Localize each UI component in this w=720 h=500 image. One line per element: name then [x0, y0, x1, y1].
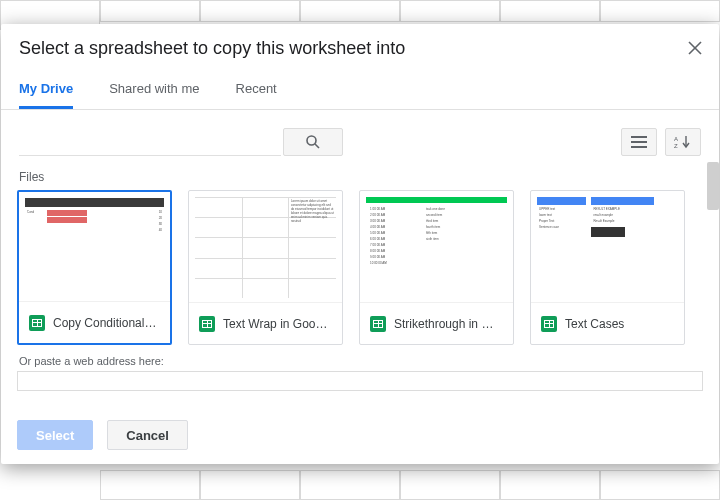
- file-picker-modal: Select a spreadsheet to copy this worksh…: [1, 24, 719, 464]
- file-card[interactable]: 1 00 00 AM 2 00 00 AM 3 00 00 AM 4 00 00…: [359, 190, 514, 345]
- tab-bar: My Drive Shared with me Recent: [1, 69, 719, 110]
- search-input[interactable]: [19, 128, 281, 156]
- toolbar: A Z: [1, 110, 719, 162]
- content-area: Files Cond 10 20 30 40 Copy Conditional…: [1, 162, 719, 408]
- file-card[interactable]: Lorem ipsum dolor sit amet consectetur a…: [188, 190, 343, 345]
- file-name: Text Wrap in Goo…: [223, 317, 327, 331]
- scrollbar[interactable]: [707, 162, 719, 210]
- file-label-row: Text Wrap in Goo…: [189, 302, 342, 344]
- modal-footer: Select Cancel: [1, 408, 719, 464]
- svg-point-2: [307, 136, 316, 145]
- tab-recent[interactable]: Recent: [236, 69, 277, 109]
- file-thumbnail: Lorem ipsum dolor sit amet consectetur a…: [195, 197, 336, 298]
- search-icon: [305, 134, 321, 150]
- sheets-icon: [199, 316, 215, 332]
- sheets-icon: [29, 315, 45, 331]
- list-view-button[interactable]: [621, 128, 657, 156]
- svg-text:A: A: [674, 136, 678, 142]
- paste-url-input[interactable]: [17, 371, 703, 391]
- file-name: Strikethrough in …: [394, 317, 493, 331]
- sort-button[interactable]: A Z: [665, 128, 701, 156]
- file-name: Text Cases: [565, 317, 624, 331]
- file-card[interactable]: Cond 10 20 30 40 Copy Conditional…: [17, 190, 172, 345]
- select-button[interactable]: Select: [17, 420, 93, 450]
- modal-header: Select a spreadsheet to copy this worksh…: [1, 24, 719, 69]
- file-label-row: Copy Conditional…: [19, 301, 170, 343]
- close-button[interactable]: [685, 38, 705, 58]
- file-label-row: Text Cases: [531, 302, 684, 344]
- sheets-icon: [541, 316, 557, 332]
- section-label-files: Files: [19, 170, 703, 184]
- modal-title: Select a spreadsheet to copy this worksh…: [19, 38, 405, 59]
- file-name: Copy Conditional…: [53, 316, 156, 330]
- svg-rect-5: [631, 141, 647, 143]
- svg-line-3: [315, 144, 319, 148]
- cancel-button[interactable]: Cancel: [107, 420, 188, 450]
- svg-text:Z: Z: [674, 143, 678, 149]
- file-grid: Cond 10 20 30 40 Copy Conditional…: [17, 190, 703, 345]
- svg-rect-4: [631, 136, 647, 138]
- file-thumbnail: 1 00 00 AM 2 00 00 AM 3 00 00 AM 4 00 00…: [366, 197, 507, 298]
- sheets-icon: [370, 316, 386, 332]
- list-view-icon: [631, 136, 647, 148]
- file-card[interactable]: UPPER text lower text Proper Text Senten…: [530, 190, 685, 345]
- tab-shared-with-me[interactable]: Shared with me: [109, 69, 199, 109]
- file-thumbnail: UPPER text lower text Proper Text Senten…: [537, 197, 678, 298]
- tab-my-drive[interactable]: My Drive: [19, 69, 73, 109]
- paste-url-label: Or paste a web address here:: [19, 355, 703, 367]
- close-icon: [688, 41, 702, 55]
- file-thumbnail: Cond 10 20 30 40: [25, 198, 164, 297]
- svg-rect-6: [631, 146, 647, 148]
- file-label-row: Strikethrough in …: [360, 302, 513, 344]
- sort-az-icon: A Z: [674, 135, 692, 149]
- search-button[interactable]: [283, 128, 343, 156]
